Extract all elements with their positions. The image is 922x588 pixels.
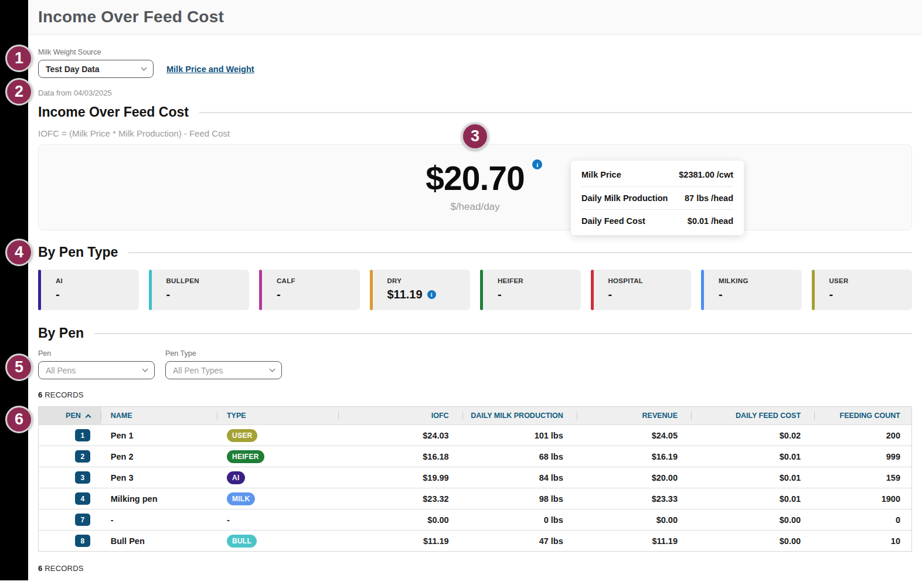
pen-name-cell: Pen 3 [101, 467, 217, 488]
info-icon[interactable]: i [532, 159, 542, 169]
pen-type-filter-value: All Pen Types [173, 366, 223, 375]
daily-milk-production-cell: 0 lbs [463, 509, 577, 531]
annotation-badge-4: 4 [5, 239, 33, 266]
tooltip-row: Daily Feed Cost $0.01 /head [581, 209, 733, 233]
tooltip-value: $0.01 /head [688, 216, 733, 226]
annotation-badge-2: 2 [5, 78, 33, 106]
annotation-badge-1: 1 [5, 45, 33, 72]
iofc-cell: $24.03 [339, 425, 463, 446]
revenue-cell: $20.00 [577, 467, 692, 488]
daily-milk-production-cell: 68 lbs [463, 446, 577, 467]
table-row: 8 Bull Pen BULL $11.19 47 lbs $11.19 $0.… [39, 531, 912, 552]
milk-weight-source-label: Milk Weight Source [38, 48, 154, 56]
tooltip-label: Milk Price [581, 170, 621, 179]
table-row: 7 - - $0.00 0 lbs $0.00 $0.00 0 [39, 509, 912, 531]
pen-number-badge: 3 [75, 471, 90, 484]
pen-number-badge: 2 [75, 450, 90, 463]
daily-feed-cost-cell: $0.01 [692, 446, 815, 467]
column-header-pen[interactable]: PEN [39, 407, 101, 425]
pen-type-card: BULLPEN -i [149, 270, 250, 310]
pen-type-card: HOSPITAL -i [591, 270, 692, 310]
feeding-count-cell: 1900 [815, 488, 911, 509]
feeding-count-cell: 999 [815, 446, 911, 467]
pen-type-badge: HEIFER [227, 450, 264, 463]
pen-number-badge: 1 [75, 429, 90, 441]
card-color-bar [812, 270, 815, 310]
pen-name-cell: - [101, 509, 217, 531]
tooltip-value: $2381.00 /cwt [679, 170, 733, 179]
pen-type-badge: AI [227, 471, 245, 484]
pen-type-card-value: - [719, 288, 723, 301]
pen-type-card-label: HOSPITAL [608, 277, 687, 284]
pen-type-cell: BULL [217, 531, 339, 552]
pen-type-badge: MILK [227, 492, 256, 505]
milk-price-and-weight-link[interactable]: Milk Price and Weight [166, 64, 254, 74]
tooltip-row: Milk Price $2381.00 /cwt [581, 163, 733, 186]
pen-type-badge: USER [227, 429, 258, 442]
pen-type-card: USER -i [812, 270, 913, 310]
iofc-cell: $11.19 [339, 531, 463, 552]
iofc-section-title: Income Over Feed Cost [38, 104, 189, 120]
info-icon[interactable]: i [427, 290, 436, 299]
tooltip-label: Daily Milk Production [581, 193, 668, 203]
pen-filter-value: All Pens [46, 366, 76, 375]
column-header-revenue[interactable]: REVENUE [577, 407, 692, 425]
pen-type-card-value: - [56, 288, 60, 301]
pen-type-card: AI -i [38, 270, 139, 310]
revenue-cell: $0.00 [577, 509, 692, 531]
pen-type-card-label: CALF [277, 277, 355, 284]
column-header-iofc[interactable]: IOFC [339, 407, 463, 425]
sort-ascending-icon [85, 414, 91, 420]
daily-milk-production-cell: 84 lbs [463, 467, 577, 488]
tooltip-label: Daily Feed Cost [581, 216, 645, 226]
pen-number-badge: 8 [75, 535, 90, 547]
column-header-daily-feed-cost[interactable]: DAILY FEED COST [692, 407, 815, 425]
card-color-bar [38, 270, 41, 310]
iofc-value: $20.70 i [426, 162, 524, 195]
table-row: 3 Pen 3 AI $19.99 84 lbs $20.00 $0.01 15… [39, 467, 912, 488]
daily-milk-production-cell: 101 lbs [463, 425, 577, 446]
column-header-name[interactable]: NAME [101, 407, 217, 425]
pen-type-card-label: BULLPEN [166, 277, 245, 284]
card-color-bar [259, 270, 262, 310]
card-color-bar [370, 270, 373, 310]
pen-name-cell: Pen 2 [101, 446, 217, 467]
by-pen-type-title: By Pen Type [38, 244, 118, 260]
pen-number-badge: 7 [75, 514, 90, 526]
feeding-count-cell: 10 [815, 531, 911, 552]
iofc-unit: $/head/day [450, 201, 499, 213]
daily-milk-production-cell: 47 lbs [463, 531, 577, 552]
annotation-badge-3: 3 [461, 123, 489, 150]
pen-type-card-label: DRY [387, 277, 466, 284]
pen-type-card-label: HEIFER [498, 277, 576, 284]
revenue-cell: $24.05 [577, 425, 692, 446]
pen-type-card-label: MILKING [719, 277, 797, 284]
daily-feed-cost-cell: $0.01 [692, 467, 815, 488]
pens-table: PEN NAME TYPE IOFC DAILY MILK PRODUCTION… [38, 406, 912, 552]
column-header-daily-milk-production[interactable]: DAILY MILK PRODUCTION [463, 407, 577, 425]
pen-type-card-value: - [498, 288, 502, 301]
milk-weight-source-select[interactable]: Test Day Data [38, 60, 154, 78]
chevron-down-icon [142, 366, 148, 372]
card-color-bar [480, 270, 483, 310]
column-header-type[interactable]: TYPE [217, 407, 339, 425]
pen-type-filter-select[interactable]: All Pen Types [165, 361, 282, 379]
pen-type-cell: AI [217, 467, 339, 488]
pen-type-card-value: - [166, 288, 171, 301]
pen-type-card-value: - [829, 288, 833, 301]
iofc-summary-panel: $20.70 i $/head/day Milk Price $2381.00 … [38, 144, 912, 230]
pen-filter-select[interactable]: All Pens [38, 361, 155, 379]
column-header-feeding-count[interactable]: FEEDING COUNT [815, 407, 911, 425]
pen-type-card-label: AI [56, 277, 134, 284]
pen-name-cell: Bull Pen [101, 531, 217, 552]
annotation-badge-6: 6 [5, 406, 33, 433]
table-header-row: PEN NAME TYPE IOFC DAILY MILK PRODUCTION… [39, 407, 912, 425]
pen-type-card: CALF -i [259, 270, 360, 310]
card-color-bar [701, 270, 704, 310]
table-row: 2 Pen 2 HEIFER $16.18 68 lbs $16.19 $0.0… [39, 446, 912, 467]
pen-type-badge: BULL [227, 535, 257, 548]
feeding-count-cell: 159 [815, 467, 911, 488]
page-header: Income Over Feed Cost [28, 0, 922, 33]
section-rule [128, 252, 912, 253]
pen-type-filter-label: Pen Type [165, 349, 282, 358]
